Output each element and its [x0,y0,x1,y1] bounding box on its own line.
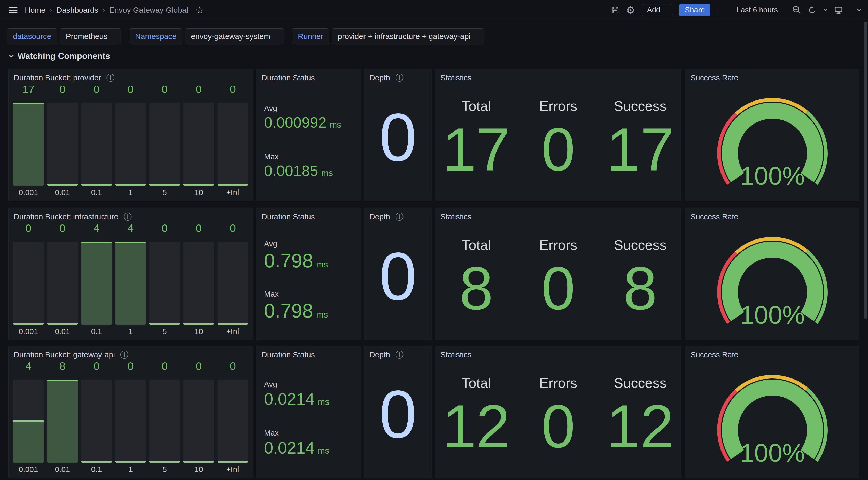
bar-gauge: 40.00180.0100.101050100+Inf [8,359,253,478]
bar-x-label: 0.001 [13,186,44,199]
bar-x-label: 5 [149,463,180,476]
bar-x-label: 0.001 [13,325,44,338]
add-button[interactable]: Add [642,4,673,16]
panel-header[interactable]: Duration Bucket: gateway-api ⓘ [8,347,253,360]
bar-track [47,242,78,325]
bar-value-label: 0 [47,221,78,236]
stat-errors: Errors0 [517,76,599,201]
menu-icon[interactable] [7,5,19,15]
bar-value-label: 17 [13,82,44,97]
panel-header[interactable]: Success Rate [685,347,859,360]
breadcrumb: Home › Dashboards › Envoy Gateway Global [25,5,188,15]
bar-track [149,380,180,463]
bar-track [116,380,146,463]
bar-5: 05 [149,221,180,338]
top-nav-bar: Home › Dashboards › Envoy Gateway Global… [0,0,868,20]
bar-track [47,380,78,463]
save-dashboard-icon[interactable] [611,6,619,14]
bar-0.001: 00.001 [13,221,44,338]
info-icon[interactable]: ⓘ [106,73,115,82]
bar-track [13,380,44,463]
stat-success: Success12 [599,353,681,478]
panel-header[interactable]: Duration Bucket: infrastructure ⓘ [8,208,253,222]
panel-header[interactable]: Depth ⓘ [364,347,432,360]
favorite-star-icon[interactable]: ☆ [195,5,204,15]
panel-header[interactable]: Depth ⓘ [364,208,432,222]
info-icon[interactable]: ⓘ [395,213,404,221]
bar-10: 010 [183,359,214,476]
stat-max: Max 0.0214ms [264,428,361,457]
panel-header[interactable]: Duration Status [256,69,361,83]
info-icon[interactable]: ⓘ [120,351,128,359]
depth-value: 0 [379,381,417,448]
time-range-picker[interactable]: Last 6 hours [724,6,785,14]
bar-track [183,102,214,186]
bar-value-label: 0 [116,82,146,97]
bar-track [82,102,112,186]
bar-value-label: 0 [183,359,214,374]
bar-value-label: 4 [116,221,146,236]
zoom-out-time-icon[interactable] [792,6,801,14]
bar-track [149,242,180,325]
bar-value-label: 0 [13,221,44,236]
bar-x-label: 10 [183,186,214,199]
variable-value-namespace[interactable]: envoy-gateway-system [185,28,284,44]
info-icon[interactable]: ⓘ [395,73,404,82]
bar-track [183,380,214,463]
chevron-down-icon [781,8,785,11]
chevron-down-icon [823,8,828,11]
panel-header[interactable]: Success Rate [685,208,859,222]
page-scrollbar-thumb[interactable] [864,22,867,319]
refresh-interval-dropdown[interactable] [823,8,828,11]
panel-header[interactable]: Duration Status [256,347,361,360]
bar-x-label: 0.001 [13,463,44,476]
bar-value-label: 8 [47,359,78,374]
panel-duration-status: Duration Status Avg 0.0214ms Max 0.0214m… [256,346,361,478]
variable-value-datasource[interactable]: Prometheus [60,28,121,44]
bar-10: 010 [183,82,214,199]
bar-value-label: 0 [82,82,112,97]
bar-1: 01 [116,82,146,199]
panel-header[interactable]: Duration Bucket: provider ⓘ [8,69,253,83]
bar-value-label: 0 [149,221,180,236]
dashboard-settings-gear-icon[interactable]: ⚙ [626,5,636,15]
stat-total: Total17 [435,76,517,201]
panel-header[interactable]: Depth ⓘ [364,69,432,83]
bar-x-label: 10 [183,325,214,338]
bar-track [82,242,112,325]
panel-depth: Depth ⓘ 0 [364,346,432,478]
bar-0.001: 40.001 [13,359,44,476]
variable-label-namespace[interactable]: Namespace [129,28,182,44]
collapse-toolbar-chevron-icon[interactable] [857,8,862,11]
panel-success-rate: Success Rate 100% [685,346,860,478]
variable-label-runner[interactable]: Runner [292,28,329,44]
refresh-icon[interactable] [808,6,816,14]
bar-x-label: 10 [183,463,214,476]
chevron-down-icon [112,35,116,38]
kiosk-monitor-icon[interactable] [834,6,843,14]
depth-value: 0 [379,243,417,310]
bar-x-label: 0.01 [47,186,78,199]
bar-value-label: 0 [116,359,146,374]
bar-gauge: 00.00100.0140.141050100+Inf [8,221,253,340]
breadcrumb-home[interactable]: Home [25,6,45,14]
bar-x-label: 1 [116,186,146,199]
breadcrumb-dashboards[interactable]: Dashboards [57,6,98,14]
success-rate-gauge: 100% [716,371,829,466]
info-icon[interactable]: ⓘ [123,213,132,221]
info-icon[interactable]: ⓘ [395,351,404,359]
variable-label-datasource[interactable]: datasource [7,28,57,44]
stat-max: Max 0.798ms [264,290,361,321]
share-button[interactable]: Share [679,4,710,16]
variable-value-runner[interactable]: provider + infrastructure + gateway-api [332,28,485,44]
panel-header[interactable]: Duration Status [256,208,361,222]
stat-avg: Avg 0.0214ms [264,380,361,408]
row-header-watching-components[interactable]: Watching Components [9,51,110,61]
bar-value-label: 0 [47,82,78,97]
panel-header[interactable]: Success Rate [685,69,859,83]
bar-x-label: +Inf [218,463,248,476]
bar-+Inf: 0+Inf [218,359,248,476]
bar-+Inf: 0+Inf [218,221,248,338]
bar-10: 010 [183,221,214,338]
stat-success: Success17 [599,76,681,201]
